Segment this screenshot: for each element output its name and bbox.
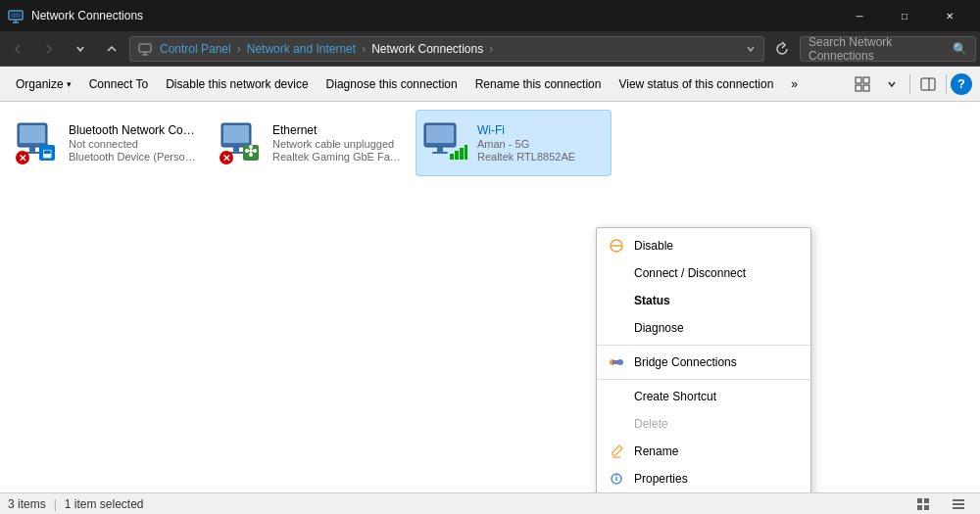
breadcrumb-control-panel[interactable]: Control Panel (160, 42, 231, 56)
svg-rect-10 (863, 85, 869, 91)
recent-locations-button[interactable] (67, 35, 94, 63)
ctx-separator-1 (597, 345, 810, 346)
svg-rect-7 (856, 77, 861, 83)
ctx-properties[interactable]: Properties (597, 465, 810, 492)
svg-rect-3 (11, 13, 21, 18)
more-button[interactable]: » (783, 70, 806, 98)
wifi-info: Wi-Fi Aman - 5G Realtek RTL8852AE (477, 123, 605, 163)
nav-bar: Control Panel › Network and Internet › N… (0, 31, 980, 67)
svg-point-28 (249, 145, 253, 149)
svg-rect-54 (953, 507, 964, 509)
ctx-shortcut-icon-spacer (607, 387, 626, 406)
wifi-icon-wrapper (422, 119, 469, 166)
svg-rect-42 (612, 360, 620, 364)
svg-marker-43 (612, 445, 622, 455)
svg-rect-32 (437, 147, 443, 152)
rename-button[interactable]: Rename this connection (467, 70, 610, 98)
svg-rect-15 (29, 147, 35, 152)
ctx-status[interactable]: Status (597, 287, 810, 314)
ctx-delete: Delete (597, 410, 810, 438)
ethernet-name: Ethernet (272, 123, 402, 137)
svg-rect-36 (460, 148, 464, 160)
disable-icon (607, 236, 626, 256)
title-bar: Network Connections ─ □ ✕ (0, 0, 980, 31)
rename-icon (607, 442, 626, 461)
up-button[interactable] (98, 35, 125, 63)
svg-rect-20 (223, 125, 249, 143)
view-dropdown-button[interactable] (878, 70, 906, 98)
window-controls: ─ □ ✕ (837, 0, 972, 31)
ctx-connect-icon-spacer (607, 263, 626, 283)
ctx-diagnose[interactable]: Diagnose (597, 314, 810, 342)
svg-point-29 (249, 153, 253, 157)
ethernet-info: Ethernet Network cable unplugged Realtek… (272, 123, 402, 163)
svg-rect-37 (465, 145, 467, 160)
organize-dropdown-arrow: ▾ (67, 79, 72, 89)
status-view-large[interactable] (909, 491, 937, 515)
ctx-separator-2 (597, 379, 810, 380)
svg-rect-50 (917, 505, 922, 510)
view-status-button[interactable]: View status of this connection (611, 70, 781, 98)
address-bar[interactable]: Control Panel › Network and Internet › N… (129, 36, 764, 62)
svg-rect-21 (233, 147, 239, 152)
maximize-button[interactable]: □ (882, 0, 927, 31)
network-item-ethernet[interactable]: ✕ Ethernet Network cable unplugged Realt… (212, 110, 408, 176)
network-item-wifi[interactable]: Wi-Fi Aman - 5G Realtek RTL8852AE (416, 110, 612, 176)
svg-rect-11 (921, 78, 935, 90)
ctx-diagnose-icon-spacer (607, 318, 626, 338)
preview-pane-button[interactable] (914, 70, 942, 98)
svg-point-27 (253, 149, 257, 153)
back-button[interactable] (4, 35, 31, 63)
ctx-connect[interactable]: Connect / Disconnect (597, 259, 810, 287)
ethernet-icon-wrapper: ✕ (218, 119, 265, 166)
svg-rect-8 (863, 77, 869, 83)
svg-rect-51 (924, 505, 929, 510)
connect-to-button[interactable]: Connect To (81, 70, 157, 98)
disable-device-button[interactable]: Disable this network device (158, 70, 316, 98)
svg-point-26 (245, 149, 249, 153)
file-list: ⬓ ✕ Bluetooth Network Connection Not con… (0, 102, 980, 492)
search-icon: 🔍 (953, 42, 967, 56)
ctx-delete-icon-spacer (607, 414, 626, 434)
close-button[interactable]: ✕ (927, 0, 972, 31)
svg-rect-9 (856, 85, 861, 91)
breadcrumb-network-internet[interactable]: Network and Internet (247, 42, 356, 56)
ctx-disable[interactable]: Disable (597, 232, 810, 259)
forward-button[interactable] (35, 35, 63, 63)
bridge-icon (607, 352, 626, 372)
bluetooth-icon-wrapper: ⬓ ✕ (14, 119, 61, 166)
svg-rect-4 (139, 44, 151, 52)
svg-text:⬓: ⬓ (42, 147, 52, 159)
organize-button[interactable]: Organize ▾ (8, 70, 79, 98)
svg-rect-34 (450, 154, 454, 160)
wifi-status: Aman - 5G (477, 138, 605, 150)
minimize-button[interactable]: ─ (837, 0, 882, 31)
bluetooth-status: Not connected (69, 138, 198, 150)
svg-rect-53 (953, 503, 964, 505)
ctx-status-icon-spacer (607, 291, 626, 310)
ethernet-adapter: Realtek Gaming GbE Family Contr... (272, 151, 402, 163)
refresh-button[interactable] (768, 35, 796, 63)
view-options-button[interactable] (849, 70, 876, 98)
svg-rect-49 (924, 498, 929, 503)
status-bar: 3 items | 1 item selected (0, 492, 980, 514)
window-title: Network Connections (31, 9, 837, 23)
selected-count: 1 item selected (65, 497, 144, 511)
ctx-shortcut[interactable]: Create Shortcut (597, 383, 810, 410)
wifi-adapter: Realtek RTL8852AE (477, 151, 605, 163)
ethernet-status: Network cable unplugged (272, 138, 402, 150)
main-content: ⬓ ✕ Bluetooth Network Connection Not con… (0, 102, 980, 492)
toolbar: Organize ▾ Connect To Disable this netwo… (0, 67, 980, 102)
ctx-rename[interactable]: Rename (597, 438, 810, 465)
network-item-bluetooth[interactable]: ⬓ ✕ Bluetooth Network Connection Not con… (8, 110, 204, 176)
status-view-list[interactable] (945, 491, 972, 515)
diagnose-button[interactable]: Diagnose this connection (318, 70, 466, 98)
properties-icon (607, 469, 626, 489)
svg-rect-31 (426, 125, 454, 143)
help-button[interactable]: ? (951, 73, 972, 95)
search-box[interactable]: Search Network Connections 🔍 (800, 36, 976, 62)
ctx-bridge[interactable]: Bridge Connections (597, 349, 810, 376)
context-menu: Disable Connect / Disconnect Status Diag… (596, 227, 811, 492)
breadcrumb-network-connections[interactable]: Network Connections (371, 42, 483, 56)
wifi-name: Wi-Fi (477, 123, 605, 137)
